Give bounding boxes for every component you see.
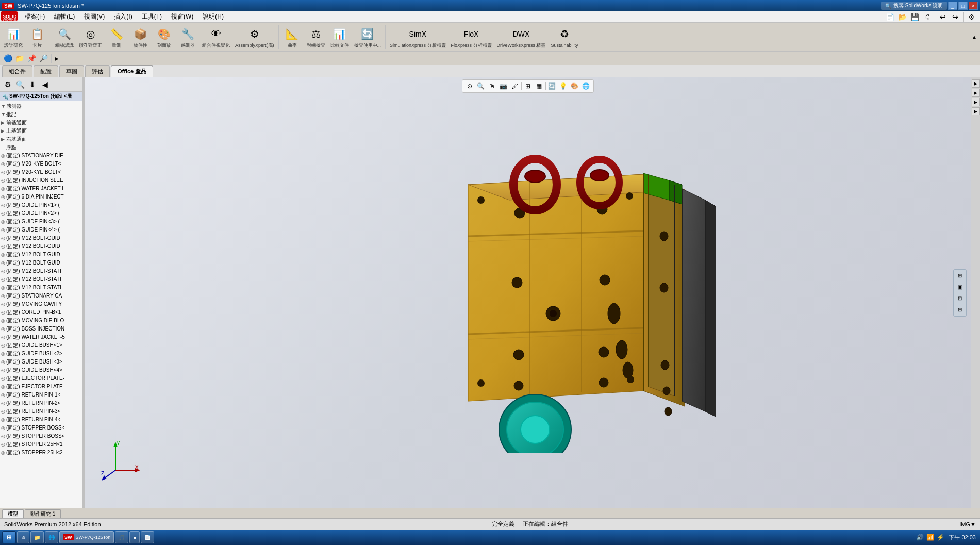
tree-item[interactable]: ▼ 批記 [0, 110, 82, 119]
tree-item[interactable]: ◎ (固定) STOPPER 25H<1 [0, 440, 82, 449]
close-button[interactable]: × [969, 2, 978, 10]
tray-icon1[interactable]: 🔊 [916, 533, 924, 541]
tree-item[interactable]: ◎ (固定) STATIONARY CA [0, 292, 82, 300]
menu-edit[interactable]: 編輯(E) [50, 12, 79, 22]
tree-item[interactable]: 厚點 [0, 143, 82, 152]
tree-item[interactable]: ◎ (固定) GUIDE PIN<3> ( [0, 218, 82, 226]
tb2-btn1[interactable]: 🔵 [2, 53, 13, 64]
measure-btn[interactable]: 📏 量測 [105, 24, 128, 51]
tree-item[interactable]: ◎ (固定) M12 BOLT-STATI [0, 275, 82, 284]
right-panel-btn2[interactable]: ▶ [972, 89, 980, 97]
new-btn[interactable]: 📄 [884, 11, 895, 23]
tree-item[interactable]: ◎ (固定) RETURN PIN-4< [0, 416, 82, 424]
tree-item[interactable]: ◎ (固定) M12 BOLT-STATI [0, 267, 82, 275]
tb2-btn3[interactable]: 📌 [26, 53, 37, 64]
tree-item[interactable]: ▶ 上基通面 [0, 127, 82, 135]
vp-right-btn4[interactable]: ⊟ [955, 305, 965, 315]
tree-item[interactable]: ▶ 右基通面 [0, 135, 82, 143]
tb2-btn4[interactable]: 🔎 [38, 53, 49, 64]
hole-align-btn[interactable]: ◎ 鑽孔對齊正 [77, 24, 104, 51]
card-btn[interactable]: 📋 卡片 [26, 24, 48, 51]
tree-filter-btn[interactable]: ⬇ [27, 79, 38, 90]
tree-item[interactable]: ◎ (固定) MOVING DIE BLO [0, 317, 82, 325]
tree-item[interactable]: ◎ (固定) GUIDE BUSH<3> [0, 358, 82, 366]
taskbar-winamp[interactable]: 🎵 [115, 531, 128, 543]
tree-item[interactable]: ◎ (固定) GUIDE BUSH<2> [0, 350, 82, 358]
assembly-xpert-btn[interactable]: ⚙ AssemblyXpert(底) [233, 24, 276, 51]
help-search[interactable]: 🔍 搜尋 SolidWorks 說明 [881, 2, 947, 10]
tab-assembly[interactable]: 組合件 [2, 65, 32, 77]
vp-right-btn2[interactable]: ▣ [955, 282, 965, 292]
tree-item[interactable]: ▼ 感測器 [0, 102, 82, 110]
drive-works-btn[interactable]: DWX DriveWorksXpress 精靈 [495, 24, 548, 51]
expand-arrow[interactable]: ▶ [54, 55, 60, 62]
open-btn[interactable]: 📂 [896, 11, 908, 23]
viewport[interactable]: ⊙ 🔍 🖱 📷 🖊 ⊞ ▦ 🔄 💡 🎨 🌐 [85, 77, 971, 508]
menu-view[interactable]: 視圖(V) [80, 12, 109, 22]
save-btn[interactable]: 💾 [909, 11, 920, 23]
view-display-btn[interactable]: 🖊 [510, 81, 520, 91]
tree-item[interactable]: ◎ (固定) GUIDE PIN<1> ( [0, 201, 82, 209]
curvature-btn[interactable]: 📐 曲率 [281, 24, 304, 51]
view-3d-btn[interactable]: ⊞ [523, 81, 533, 91]
tray-icon2[interactable]: 📶 [926, 533, 934, 541]
tree-item[interactable]: ◎ (固定) RETURN PIN-2< [0, 399, 82, 407]
img-indicator[interactable]: IMG▼ [959, 521, 976, 527]
tree-item[interactable]: ◎ (固定) GUIDE PIN<2> ( [0, 209, 82, 218]
tree-item[interactable]: ◎ (固定) EJECTOR PLATE- [0, 374, 82, 383]
tree-item[interactable]: ◎ (固定) M12 BOLT-GUID [0, 234, 82, 242]
color-btn[interactable]: 🎨 [570, 81, 580, 91]
tree-search-btn[interactable]: 🔍 [14, 79, 26, 90]
light-btn[interactable]: 💡 [558, 81, 569, 91]
menu-help[interactable]: 說明(H) [198, 12, 228, 22]
feature-tree[interactable]: ▼ 感測器 ▼ 批記 ▶ 前基通面 ▶ 上基通面 ▶ 右基通面 厚點 ◎ (固定… [0, 101, 82, 508]
redo-btn[interactable]: ↪ [950, 11, 961, 23]
sustainability-btn[interactable]: ♻ Sustainability [549, 24, 580, 51]
tree-item[interactable]: ◎ (固定) BOSS-INJECTION [0, 325, 82, 333]
section-btn[interactable]: 🎨 剖面紋 [153, 24, 175, 51]
minimize-button[interactable]: _ [948, 2, 957, 10]
tray-icon3[interactable]: ⚡ [936, 533, 944, 541]
sim-xpress-btn[interactable]: SimX SimulationXpress 分析精靈 [388, 24, 448, 51]
tree-item[interactable]: ◎ (固定) M12 BOLT-GUID [0, 251, 82, 259]
right-panel-btn1[interactable]: ▶ [972, 79, 980, 88]
rotate-btn[interactable]: 🔄 [547, 81, 557, 91]
taskbar-pdf[interactable]: 📄 [141, 531, 154, 543]
tab-config[interactable]: 配置 [34, 65, 58, 77]
tree-item[interactable]: ◎ (固定) M20-KYE BOLT< [0, 168, 82, 176]
menu-tools[interactable]: 工具(T) [138, 12, 166, 22]
start-button[interactable]: ⊞ [2, 531, 16, 543]
tree-item[interactable]: ◎ (固定) RETURN PIN-3< [0, 407, 82, 416]
tree-item[interactable]: ◎ (固定) WATER JACKET-I [0, 185, 82, 193]
view-orient-btn[interactable]: 🖱 [487, 81, 497, 91]
align-check-btn[interactable]: ⚖ 對輛檢查 [305, 24, 327, 51]
undo-btn[interactable]: ↩ [937, 11, 949, 23]
tab-sketch[interactable]: 草圖 [59, 65, 84, 77]
tree-item[interactable]: ◎ (固定) EJECTOR PLATE- [0, 383, 82, 391]
menu-window[interactable]: 視窗(W) [167, 12, 197, 22]
taskbar-show-desktop[interactable]: 🖥 [17, 531, 29, 543]
check-use-btn[interactable]: 🔄 檢查使用中... [352, 24, 384, 51]
zoom-in-btn[interactable]: 🔍 [476, 81, 486, 91]
assembly-vis-btn[interactable]: 👁 組合件視覺化 [200, 24, 232, 51]
tree-item[interactable]: ◎ (固定) M12 BOLT-GUID [0, 242, 82, 251]
tree-item[interactable]: ◎ (固定) WATER JACKET-5 [0, 333, 82, 341]
flo-xpress-btn[interactable]: FloX FloXpress 分析精靈 [449, 24, 494, 51]
tree-item[interactable]: ◎ (固定) STOPPER BOSS< [0, 424, 82, 432]
right-panel-btn4[interactable]: ▶ [972, 107, 980, 115]
collapse-btn[interactable]: ▲ [971, 33, 978, 41]
menu-insert[interactable]: 插入(I) [110, 12, 136, 22]
sensor-btn[interactable]: 🔧 感測器 [176, 24, 199, 51]
tree-item[interactable]: ◎ (固定) RETURN PIN-1< [0, 391, 82, 399]
tab-office[interactable]: Office 產品 [111, 65, 153, 77]
tree-collapse-btn[interactable]: ◀ [39, 79, 51, 90]
design-study-btn[interactable]: 📊 設計研究 [2, 24, 25, 51]
tree-item[interactable]: ▶ 前基通面 [0, 119, 82, 127]
print-btn[interactable]: 🖨 [921, 11, 933, 23]
tab-motion[interactable]: 動作研究 1 [25, 509, 61, 518]
tree-item[interactable]: ◎ (固定) CORED PIN-B<1 [0, 308, 82, 317]
tab-model[interactable]: 模型 [2, 509, 24, 518]
tree-item[interactable]: ◎ (固定) STOPPER 25H<2 [0, 449, 82, 457]
tree-item[interactable]: ◎ (固定) STOPPER BOSS< [0, 432, 82, 440]
menu-file[interactable]: 檔案(F) [21, 12, 49, 22]
